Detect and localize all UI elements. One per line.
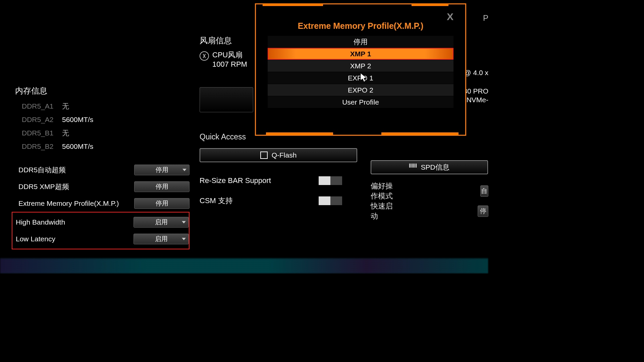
- popup-decoration: [263, 3, 323, 6]
- setting-fast-boot: 快速启动 停: [371, 201, 488, 221]
- toggle-resize-bar-switch[interactable]: [319, 176, 342, 185]
- memory-section-title: 内存信息: [15, 85, 190, 96]
- mem-slot-value: 无: [62, 102, 69, 111]
- right-settings: 偏好操作模式 自 快速启动 停: [371, 181, 488, 221]
- highlighted-settings-box: High Bandwidth 启用 Low Latency 启用: [12, 212, 190, 249]
- dropdown-low-latency[interactable]: 启用: [133, 234, 189, 244]
- edge-text: NVMe-: [467, 96, 488, 104]
- toggle-resize-bar: Re-Size BAR Support: [200, 171, 364, 191]
- popup-option-xmp1[interactable]: XMP 1: [268, 48, 453, 60]
- popup-option-list: 停用 XMP 1 XMP 2 EXPO 1 EXPO 2 User Profil…: [268, 36, 453, 108]
- edge-text: P: [483, 13, 488, 23]
- button-xmp-profile[interactable]: 停用: [134, 198, 190, 209]
- setting-ddr5-xmp-oc: DDR5 XMP超频 停用: [15, 178, 190, 195]
- fan-icon: [200, 51, 209, 61]
- mem-slot-value: 5600MT/s: [62, 116, 93, 124]
- popup-close-button[interactable]: X: [447, 11, 453, 22]
- spd-icon: [409, 164, 417, 171]
- mem-slot-name: DDR5_A1: [15, 102, 62, 110]
- popup-decoration: [412, 3, 448, 6]
- popup-decoration: [266, 132, 333, 136]
- mem-slot-value: 5600MT/s: [62, 142, 93, 150]
- dropdown-fast-boot[interactable]: 停: [478, 205, 488, 217]
- popup-option-user-profile[interactable]: User Profile: [268, 96, 453, 108]
- decorative-glow: [0, 258, 488, 274]
- mem-slot-name: DDR5_B2: [15, 142, 62, 150]
- fan-name: CPU风扇: [212, 50, 247, 60]
- qflash-button[interactable]: Q-Flash: [200, 148, 357, 162]
- setting-low-latency: Low Latency 启用: [12, 231, 189, 247]
- obscured-panel: [200, 87, 253, 112]
- popup-option-expo2[interactable]: EXPO 2: [268, 84, 453, 96]
- popup-decoration: [381, 132, 459, 136]
- edge-text: @ 4.0 x: [464, 69, 488, 77]
- dropdown-pref-mode[interactable]: 自: [480, 185, 488, 197]
- spd-info-button[interactable]: SPD信息: [371, 160, 488, 174]
- memory-panel: 内存信息 DDR5_A1无 DDR5_A25600MT/s DDR5_B1无 D…: [15, 85, 190, 249]
- mem-slot-name: DDR5_A2: [15, 116, 62, 124]
- dropdown-ddr5-auto-oc[interactable]: 停用: [134, 165, 190, 175]
- popup-option-disabled[interactable]: 停用: [268, 36, 453, 48]
- setting-high-bandwidth: High Bandwidth 启用: [12, 214, 189, 231]
- setting-pref-mode: 偏好操作模式 自: [371, 181, 488, 201]
- popup-option-xmp2[interactable]: XMP 2: [268, 60, 453, 72]
- mem-slot-value: 无: [62, 128, 69, 138]
- toggle-csm-switch[interactable]: [319, 196, 342, 205]
- qflash-icon: [260, 152, 268, 159]
- button-ddr5-xmp-oc[interactable]: 停用: [134, 181, 190, 192]
- setting-xmp-profile: Extreme Memory Profile(X.M.P.) 停用: [15, 195, 190, 212]
- popup-title: Extreme Memory Profile(X.M.P.): [256, 21, 465, 31]
- mem-slot-name: DDR5_B1: [15, 129, 62, 137]
- xmp-profile-popup: X Extreme Memory Profile(X.M.P.) 停用 XMP …: [255, 3, 466, 136]
- edge-text: 80 PRO: [463, 87, 488, 95]
- toggle-csm: CSM 支持: [200, 191, 364, 211]
- fan-rpm: 1007 RPM: [212, 60, 247, 69]
- dropdown-high-bandwidth[interactable]: 启用: [133, 217, 189, 228]
- setting-ddr5-auto-oc: DDR5自动超频 停用: [15, 162, 190, 178]
